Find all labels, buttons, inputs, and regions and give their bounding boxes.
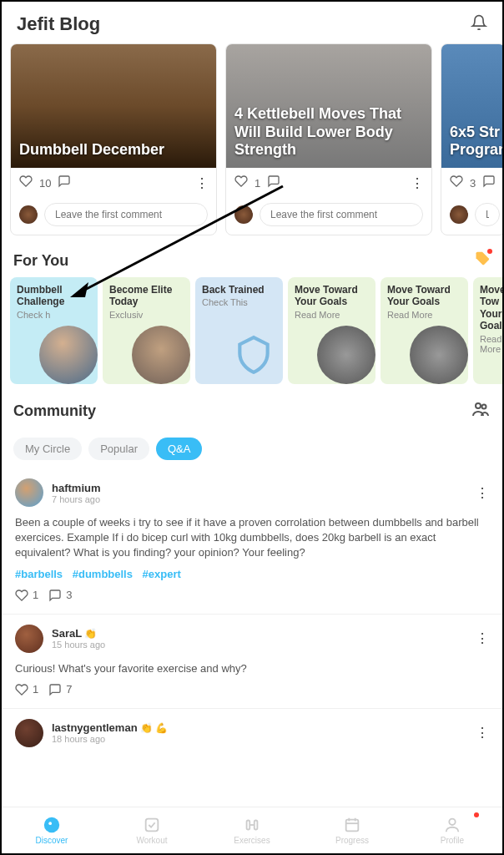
foryou-image: [39, 326, 98, 384]
svg-rect-7: [247, 821, 250, 830]
blog-carousel[interactable]: Dumbbell December 10 ⋮ 4 Kettlebell Move…: [2, 43, 502, 235]
foryou-card-goals[interactable]: Move Toward Your Goals Read More: [381, 277, 468, 384]
dumbbell-icon: [317, 326, 375, 384]
avatar[interactable]: [15, 719, 43, 747]
foryou-title: Back Trained: [202, 284, 276, 296]
foryou-card-back[interactable]: Back Trained Check This: [195, 277, 283, 384]
foryou-card-elite[interactable]: Become Elite Today Exclusiv: [103, 277, 190, 384]
post-time: 18 hours ago: [52, 734, 168, 744]
svg-rect-8: [255, 821, 258, 830]
like-button[interactable]: [19, 175, 33, 191]
people-icon[interactable]: [471, 399, 491, 422]
foryou-card-dumbbell-challenge[interactable]: Dumbbell Challenge Check h: [10, 277, 98, 384]
avatar: [19, 205, 38, 224]
nav-workout[interactable]: Workout: [102, 807, 202, 853]
comment-count: 3: [66, 589, 72, 601]
foryou-sub: Exclusiv: [109, 310, 184, 320]
foryou-sub: Check This: [202, 297, 276, 307]
comment-input[interactable]: [44, 203, 208, 226]
like-button[interactable]: [450, 175, 463, 191]
post-time: 15 hours ago: [52, 640, 105, 650]
more-menu-icon[interactable]: ⋮: [411, 175, 423, 191]
tab-qa[interactable]: Q&A: [156, 438, 202, 460]
avatar: [450, 205, 468, 224]
tab-popular[interactable]: Popular: [88, 438, 149, 460]
like-count: 3: [470, 177, 476, 190]
notification-bell-icon[interactable]: [471, 14, 487, 34]
blog-image: Dumbbell December: [11, 44, 216, 168]
tag-icon[interactable]: [474, 250, 491, 271]
comment-button[interactable]: [58, 175, 71, 191]
blog-image: 4 Kettlebell Moves That Will Build Lower…: [226, 44, 431, 168]
blog-title: 4 Kettlebell Moves That Will Build Lower…: [234, 105, 423, 159]
comment-button[interactable]: 7: [48, 683, 72, 696]
more-menu-icon[interactable]: ⋮: [476, 630, 489, 646]
svg-point-4: [44, 817, 59, 832]
foryou-title: Dumbbell Challenge: [17, 284, 91, 308]
more-menu-icon[interactable]: ⋮: [195, 175, 208, 191]
like-count: 1: [255, 177, 260, 190]
like-count: 10: [39, 177, 51, 190]
nav-profile[interactable]: Profile: [402, 807, 502, 853]
svg-point-14: [449, 819, 455, 825]
more-menu-icon[interactable]: ⋮: [476, 725, 489, 741]
foryou-sub: Read More: [295, 310, 369, 320]
comment-input[interactable]: [475, 203, 500, 226]
like-button[interactable]: [234, 175, 248, 191]
post-username: haftmium: [52, 482, 101, 494]
community-post[interactable]: haftmium 7 hours ago ⋮ Been a couple of …: [2, 468, 502, 615]
like-button[interactable]: 1: [15, 683, 38, 696]
foryou-card-goals[interactable]: Move Toward Your Goals Read More: [288, 277, 375, 384]
blog-card[interactable]: 6x5 Str Progran 3: [441, 43, 502, 235]
like-count: 1: [33, 589, 38, 601]
nav-discover[interactable]: Discover: [2, 807, 102, 853]
nav-exercises[interactable]: Exercises: [202, 807, 302, 853]
post-username: lastnygentleman👏 💪: [52, 721, 168, 734]
foryou-carousel[interactable]: Dumbbell Challenge Check h Become Elite …: [2, 277, 502, 384]
comment-count: 7: [66, 683, 72, 696]
foryou-sub: Read More: [387, 310, 461, 320]
hashtag[interactable]: #barbells: [15, 568, 63, 580]
nav-label: Discover: [36, 836, 68, 845]
blog-card[interactable]: 4 Kettlebell Moves That Will Build Lower…: [225, 43, 432, 235]
hashtag[interactable]: #expert: [143, 568, 181, 580]
bottom-nav: Discover Workout Exercises Progress Prof…: [2, 807, 502, 853]
badge-icon: 👏 💪: [140, 722, 168, 734]
like-count: 1: [33, 683, 38, 696]
post-body: Curious! What's your favorite exercise a…: [15, 661, 489, 676]
svg-rect-6: [146, 819, 159, 832]
tab-mycircle[interactable]: My Circle: [13, 438, 82, 460]
comment-button[interactable]: [267, 175, 280, 191]
more-menu-icon[interactable]: ⋮: [476, 485, 489, 501]
foryou-title: Move Toward Your Goals: [387, 284, 461, 308]
blog-card[interactable]: Dumbbell December 10 ⋮: [10, 43, 217, 235]
notification-dot: [487, 249, 492, 254]
foryou-sub: Read More: [480, 334, 502, 354]
avatar: [234, 205, 253, 224]
nav-progress[interactable]: Progress: [302, 807, 402, 853]
comment-input[interactable]: [260, 203, 423, 226]
like-button[interactable]: 1: [15, 589, 38, 602]
foryou-title: Become Elite Today: [109, 284, 184, 308]
comment-button[interactable]: [482, 175, 496, 191]
avatar[interactable]: [15, 478, 43, 507]
svg-rect-10: [346, 820, 359, 832]
hashtag[interactable]: #dumbbells: [73, 568, 133, 580]
blog-image: 6x5 Str Progran: [441, 44, 502, 168]
notification-dot: [474, 812, 479, 817]
community-post[interactable]: lastnygentleman👏 💪 18 hours ago ⋮: [2, 709, 502, 759]
post-username: SaraL👏: [52, 627, 105, 640]
svg-point-1: [482, 405, 486, 409]
foryou-card-goals[interactable]: Move Tow Your Goal Read More: [473, 277, 502, 384]
comment-button[interactable]: 3: [48, 589, 72, 602]
nav-label: Workout: [136, 836, 167, 845]
post-tags[interactable]: #barbells #dumbbells #expert: [15, 568, 489, 580]
blog-title: 6x5 Str Progran: [450, 124, 502, 159]
foryou-title: Move Tow Your Goal: [480, 284, 502, 332]
nav-label: Progress: [335, 836, 369, 845]
avatar[interactable]: [15, 625, 43, 653]
foryou-sub: Check h: [17, 310, 91, 320]
foryou-image: [132, 326, 190, 384]
community-post[interactable]: SaraL👏 15 hours ago ⋮ Curious! What's yo…: [2, 615, 502, 709]
blog-title: Dumbbell December: [19, 141, 164, 159]
